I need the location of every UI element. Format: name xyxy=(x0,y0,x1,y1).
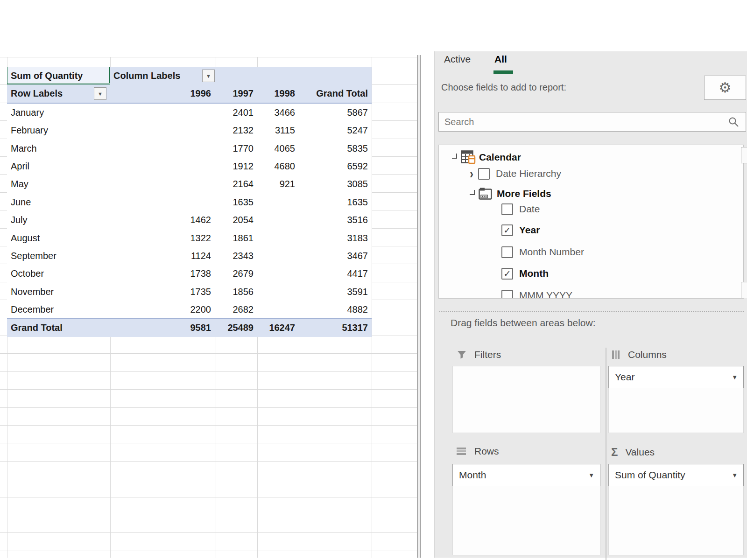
pivot-row-labels-cell[interactable]: Row Labels ▼ xyxy=(7,84,110,102)
field-tree-item-month[interactable]: ✓Month xyxy=(439,267,743,280)
pivot-column-labels-cell[interactable]: Column Labels ▼ xyxy=(110,67,372,84)
pivot-value-cell[interactable]: 3115 xyxy=(257,121,299,139)
field-tree-item-calendar[interactable]: Calendar xyxy=(439,151,743,164)
pivot-row-label[interactable]: October xyxy=(7,265,110,282)
pivot-value-cell[interactable] xyxy=(110,193,216,211)
pivot-row-label[interactable]: November xyxy=(7,283,110,301)
pivot-value-cell[interactable]: 1635 xyxy=(299,193,372,211)
pivot-value-cell[interactable] xyxy=(257,301,299,318)
pivot-value-cell[interactable]: 2679 xyxy=(216,265,257,282)
pivot-value-cell[interactable]: 3183 xyxy=(299,229,372,247)
pivot-value-cell[interactable]: 2054 xyxy=(216,211,257,229)
grand-total-value[interactable]: 51317 xyxy=(299,319,372,336)
pivot-value-cell[interactable]: 1735 xyxy=(110,283,216,301)
pivot-value-cell[interactable]: 3467 xyxy=(299,247,372,265)
field-tree-item-month-number[interactable]: Month Number xyxy=(439,245,743,259)
tools-button[interactable]: ⚙ xyxy=(704,76,746,100)
pivot-row-label[interactable]: March xyxy=(7,140,110,157)
pivot-value-cell[interactable]: 921 xyxy=(257,175,299,193)
pivot-value-cell[interactable]: 2200 xyxy=(110,301,216,318)
pivot-row-label[interactable]: August xyxy=(7,229,110,247)
year-column-header[interactable]: 1996 xyxy=(110,84,216,102)
pivot-value-cell[interactable]: 4680 xyxy=(257,157,299,175)
field-tree-item-date[interactable]: Date xyxy=(439,203,743,216)
pivot-value-cell[interactable]: 1912 xyxy=(216,157,257,175)
pivot-value-cell[interactable]: 3591 xyxy=(299,283,372,301)
rows-drop-zone[interactable]: Month▼ xyxy=(452,464,600,555)
pane-splitter[interactable] xyxy=(417,55,421,558)
scrollbar-down-button[interactable] xyxy=(741,282,747,298)
grand-total-value[interactable]: 25489 xyxy=(216,319,257,336)
tab-all[interactable]: All xyxy=(494,54,507,65)
values-drop-zone[interactable]: Sum of Quantity▼ xyxy=(608,464,744,555)
expand-chevron-icon[interactable]: › xyxy=(470,167,473,181)
field-tree-item-mmm-yyyy[interactable]: MMM YYYY xyxy=(439,289,743,299)
pivot-value-cell[interactable]: 4417 xyxy=(299,265,372,282)
pivot-row-label[interactable]: September xyxy=(7,247,110,265)
row-labels-filter-button[interactable]: ▼ xyxy=(94,87,106,100)
tab-active[interactable]: Active xyxy=(444,54,471,65)
pivot-value-cell[interactable]: 2164 xyxy=(216,175,257,193)
grand-total-column-header[interactable]: Grand Total xyxy=(299,84,372,102)
pivot-row-label[interactable]: January xyxy=(7,104,110,121)
filters-drop-zone[interactable] xyxy=(452,366,600,433)
dropdown-arrow-icon[interactable]: ▼ xyxy=(732,472,738,479)
pivot-value-cell[interactable] xyxy=(110,121,216,139)
columns-field-pill[interactable]: Year▼ xyxy=(608,366,744,388)
columns-drop-zone[interactable]: Year▼ xyxy=(608,366,744,433)
field-tree-item-date-hierarchy[interactable]: ›Date Hierarchy xyxy=(439,167,743,180)
pivot-value-cell[interactable]: 3466 xyxy=(257,104,299,121)
pivot-row-label[interactable]: February xyxy=(7,121,110,139)
pivot-value-cell[interactable] xyxy=(110,175,216,193)
field-checkbox[interactable] xyxy=(501,203,513,215)
pivot-value-cell[interactable] xyxy=(257,283,299,301)
pivot-value-cell[interactable]: 5867 xyxy=(299,104,372,121)
grand-total-value[interactable]: 16247 xyxy=(257,319,299,336)
field-tree-item-year[interactable]: ✓Year xyxy=(439,224,743,237)
pivot-value-cell[interactable]: 1861 xyxy=(216,229,257,247)
pivot-value-cell[interactable]: 1462 xyxy=(110,211,216,229)
field-checkbox[interactable]: ✓ xyxy=(501,268,513,280)
pivot-value-cell[interactable]: 4065 xyxy=(257,140,299,157)
scrollbar-up-button[interactable] xyxy=(741,147,747,163)
grand-total-value[interactable]: 9581 xyxy=(110,319,216,336)
pivot-value-cell[interactable]: 3085 xyxy=(299,175,372,193)
pivot-value-cell[interactable]: 5247 xyxy=(299,121,372,139)
search-input[interactable]: Search xyxy=(438,112,746,132)
pivot-value-cell[interactable]: 5835 xyxy=(299,140,372,157)
collapse-indicator-icon[interactable] xyxy=(452,154,457,159)
pivot-value-cell[interactable] xyxy=(110,140,216,157)
pivot-value-cell[interactable]: 2343 xyxy=(216,247,257,265)
pivot-value-cell[interactable] xyxy=(257,229,299,247)
pivot-value-cell[interactable] xyxy=(110,104,216,121)
field-checkbox[interactable] xyxy=(501,246,513,258)
pivot-value-cell[interactable]: 2682 xyxy=(216,301,257,318)
pivot-value-cell[interactable]: 1856 xyxy=(216,283,257,301)
pivot-row-label[interactable]: April xyxy=(7,157,110,175)
pivot-table[interactable]: Sum of Quantity Column Labels ▼ Row Labe… xyxy=(7,67,372,336)
values-field-pill[interactable]: Sum of Quantity▼ xyxy=(608,464,744,486)
field-tree-item-more-fields[interactable]: More Fields xyxy=(439,187,743,200)
column-labels-filter-button[interactable]: ▼ xyxy=(202,70,215,82)
pivot-value-cell[interactable]: 1770 xyxy=(216,140,257,157)
pivot-value-cell[interactable] xyxy=(110,157,216,175)
grand-total-row-label[interactable]: Grand Total xyxy=(7,319,110,336)
rows-field-pill[interactable]: Month▼ xyxy=(452,464,600,486)
pivot-value-cell[interactable]: 1322 xyxy=(110,229,216,247)
pivot-value-cell[interactable] xyxy=(257,247,299,265)
year-column-header[interactable]: 1998 xyxy=(257,84,299,102)
year-column-header[interactable]: 1997 xyxy=(216,84,257,102)
pivot-value-cell[interactable]: 2132 xyxy=(216,121,257,139)
dropdown-arrow-icon[interactable]: ▼ xyxy=(588,472,594,479)
pivot-value-cell[interactable]: 4882 xyxy=(299,301,372,318)
dropdown-arrow-icon[interactable]: ▼ xyxy=(732,374,738,381)
pivot-value-cell[interactable]: 1738 xyxy=(110,265,216,282)
field-checkbox[interactable]: ✓ xyxy=(501,224,513,236)
pivot-row-label[interactable]: July xyxy=(7,211,110,229)
pivot-row-label[interactable]: June xyxy=(7,193,110,211)
pivot-value-cell[interactable] xyxy=(257,265,299,282)
pivot-measure-cell[interactable]: Sum of Quantity xyxy=(7,67,110,84)
pivot-value-cell[interactable]: 1124 xyxy=(110,247,216,265)
pivot-value-cell[interactable] xyxy=(257,193,299,211)
pivot-value-cell[interactable] xyxy=(257,211,299,229)
